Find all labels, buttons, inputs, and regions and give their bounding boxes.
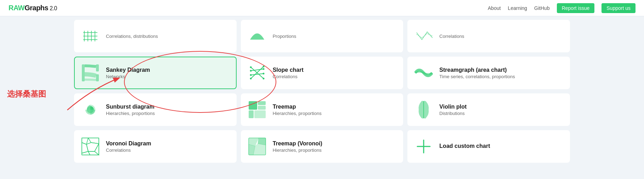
violin-icon	[414, 100, 434, 120]
card-voronoi[interactable]: Voronoi Diagram Correlations	[74, 130, 237, 163]
streamgraph-icon	[414, 63, 434, 83]
card-treemap[interactable]: Treemap Hierarchies, proportions	[241, 93, 403, 126]
slope-icon	[247, 63, 267, 83]
svg-rect-24	[258, 101, 266, 105]
nav-github[interactable]: GitHub	[534, 5, 550, 11]
svg-point-20	[250, 78, 252, 80]
sunburst-icon	[80, 100, 100, 120]
sankey-icon	[80, 63, 100, 83]
logo: RAWGraphs 2.0	[9, 4, 57, 12]
violin-name: Violin plot	[439, 104, 467, 110]
proportions-top-info: Proportions	[273, 34, 296, 39]
sankey-info: Sankey Diagram Networks	[106, 67, 150, 79]
violin-tags: Distributions	[439, 111, 467, 116]
streamgraph-info: Streamgraph (area chart) Time series, co…	[439, 67, 515, 79]
voronoi-tags: Correlations	[106, 148, 151, 153]
load-custom-info: Load custom chart	[439, 143, 490, 150]
correlations-top-info: Correlations	[439, 34, 464, 39]
support-us-button[interactable]: Support us	[601, 3, 635, 13]
svg-point-16	[250, 70, 252, 72]
nav: About Learning GitHub Report issue Suppo…	[488, 3, 635, 13]
load-custom-name: Load custom chart	[439, 143, 490, 149]
svg-rect-8	[96, 64, 99, 71]
svg-point-19	[262, 73, 264, 75]
card-correlations-dist[interactable]: Correlations, distributions	[74, 20, 237, 52]
header: RAWGraphs 2.0 About Learning GitHub Repo…	[0, 0, 644, 16]
nav-learning[interactable]: Learning	[508, 5, 527, 11]
svg-point-15	[262, 78, 264, 80]
card-treemap-voronoi[interactable]: Treemap (Voronoi) Hierarchies, proportio…	[241, 130, 403, 163]
card-sankey[interactable]: Sankey Diagram Networks	[74, 57, 237, 89]
proportions-top-tags: Proportions	[273, 34, 296, 39]
treemap-icon	[247, 100, 267, 120]
svg-rect-7	[82, 64, 85, 81]
svg-point-14	[250, 67, 252, 68]
violin-info: Violin plot Distributions	[439, 104, 467, 116]
svg-rect-26	[249, 110, 254, 118]
sunburst-name: Sunburst diagram	[106, 104, 155, 110]
correlations-dist-icon	[80, 26, 100, 46]
logo-raw: RAW	[9, 4, 24, 12]
treemap-voronoi-name: Treemap (Voronoi)	[273, 140, 322, 147]
correlations-top-icon	[414, 26, 434, 46]
streamgraph-tags: Time series, correlations, proportions	[439, 74, 515, 79]
sankey-tags: Networks	[106, 74, 150, 79]
logo-graphs: Graphs	[24, 4, 48, 12]
card-proportions-top[interactable]: Proportions	[241, 20, 403, 52]
bottom-row2: Voronoi Diagram Correlations Treemap (Vo…	[74, 130, 570, 163]
bottom-row1: Sunburst diagram Hierarchies, proportion…	[74, 93, 570, 126]
treemap-voronoi-info: Treemap (Voronoi) Hierarchies, proportio…	[273, 140, 322, 153]
load-custom-icon	[414, 137, 434, 156]
sankey-name: Sankey Diagram	[106, 67, 150, 73]
middle-row: Sankey Diagram Networks	[74, 57, 570, 89]
slope-name: Slope chart	[273, 67, 304, 73]
correlations-dist-info: Correlations, distributions	[106, 34, 158, 39]
svg-line-12	[251, 74, 264, 75]
proportions-top-icon	[247, 26, 267, 46]
voronoi-icon	[80, 137, 100, 156]
svg-point-18	[250, 74, 252, 76]
report-issue-button[interactable]: Report issue	[557, 3, 595, 13]
voronoi-name: Voronoi Diagram	[106, 140, 151, 147]
treemap-info: Treemap Hierarchies, proportions	[273, 104, 322, 116]
svg-rect-25	[258, 106, 266, 110]
card-load-custom[interactable]: Load custom chart	[407, 130, 570, 163]
svg-rect-23	[249, 101, 257, 110]
streamgraph-name: Streamgraph (area chart)	[439, 67, 515, 73]
top-row: Correlations, distributions Proportions	[74, 20, 570, 52]
sunburst-info: Sunburst diagram Hierarchies, proportion…	[106, 104, 155, 116]
treemap-name: Treemap	[273, 104, 322, 110]
slope-tags: Correlations	[273, 74, 304, 79]
svg-rect-9	[96, 74, 99, 81]
correlations-top-tags: Correlations	[439, 34, 464, 39]
svg-marker-34	[88, 151, 99, 155]
card-correlations-top[interactable]: Correlations	[407, 20, 570, 52]
svg-marker-29	[82, 138, 88, 144]
main-content: 选择桑基图	[0, 16, 644, 166]
card-streamgraph[interactable]: Streamgraph (area chart) Time series, co…	[407, 57, 570, 89]
treemap-tags: Hierarchies, proportions	[273, 111, 322, 116]
treemap-voronoi-icon	[247, 137, 267, 156]
card-violin[interactable]: Violin plot Distributions	[407, 93, 570, 126]
svg-point-17	[262, 68, 264, 70]
svg-point-21	[262, 66, 264, 68]
treemap-voronoi-tags: Hierarchies, proportions	[273, 148, 322, 153]
correlations-dist-tags: Correlations, distributions	[106, 34, 158, 39]
card-sunburst[interactable]: Sunburst diagram Hierarchies, proportion…	[74, 93, 237, 126]
voronoi-info: Voronoi Diagram Correlations	[106, 140, 151, 153]
nav-about[interactable]: About	[488, 5, 501, 11]
slope-info: Slope chart Correlations	[273, 67, 304, 79]
card-slope[interactable]: Slope chart Correlations	[241, 57, 403, 89]
svg-marker-35	[95, 144, 99, 155]
svg-rect-27	[254, 110, 266, 118]
annotation-text: 选择桑基图	[7, 89, 46, 99]
logo-version: 2.0	[48, 5, 57, 11]
sunburst-tags: Hierarchies, proportions	[106, 111, 155, 116]
